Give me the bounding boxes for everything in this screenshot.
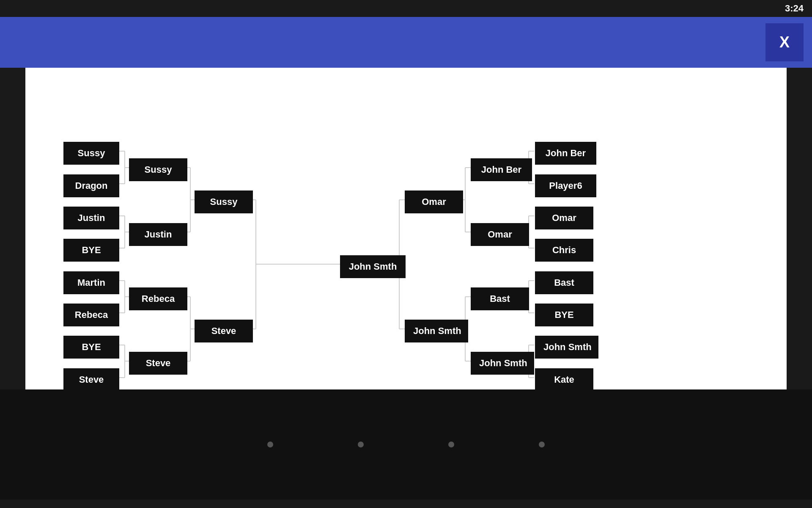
player-sussy1: Sussy (63, 142, 119, 165)
player-omar2: Omar (471, 223, 529, 246)
player-johnsmth2: John Smth (471, 352, 534, 375)
player-player6: Player6 (535, 174, 596, 197)
bracket-container: Sussy Dragon Justin BYE Martin Rebeca BY… (25, 68, 787, 389)
header: X (0, 17, 812, 68)
player-martin: Martin (63, 271, 119, 294)
status-bar: 3:24 (0, 0, 812, 17)
player-omar3: Omar (405, 190, 463, 213)
player-steve1: Steve (63, 368, 119, 391)
player-bye3: BYE (535, 304, 593, 326)
player-rebeca1: Rebeca (63, 304, 119, 326)
player-johnber2: John Ber (471, 158, 532, 181)
player-rebeca2: Rebeca (129, 287, 187, 310)
player-justin1: Justin (63, 207, 119, 229)
close-button[interactable]: X (765, 23, 804, 61)
player-johnber1: John Ber (535, 142, 596, 165)
player-johnsmth3: John Smth (405, 320, 468, 342)
status-time: 3:24 (785, 3, 804, 14)
nav-dot-3 (448, 442, 454, 447)
nav-dot-2 (358, 442, 364, 447)
player-bast1: Bast (535, 271, 593, 294)
player-chris: Chris (535, 239, 593, 262)
player-bast2: Bast (471, 287, 529, 310)
player-omar1: Omar (535, 207, 593, 229)
player-steve3: Steve (195, 320, 253, 342)
player-steve2: Steve (129, 352, 187, 375)
bottom-navigation (0, 389, 812, 500)
player-kate: Kate (535, 368, 593, 391)
tournament-bracket: Sussy Dragon Justin BYE Martin Rebeca BY… (34, 76, 778, 381)
player-sussy3: Sussy (195, 190, 253, 213)
player-bye1: BYE (63, 239, 119, 262)
player-justin2: Justin (129, 223, 187, 246)
player-dragon: Dragon (63, 174, 119, 197)
player-center-johnsmth: John Smth (340, 255, 406, 278)
player-bye2: BYE (63, 336, 119, 359)
player-johnsmth1: John Smth (535, 336, 598, 359)
nav-dot-4 (539, 442, 545, 447)
nav-dot-1 (267, 442, 273, 447)
player-sussy2: Sussy (129, 158, 187, 181)
